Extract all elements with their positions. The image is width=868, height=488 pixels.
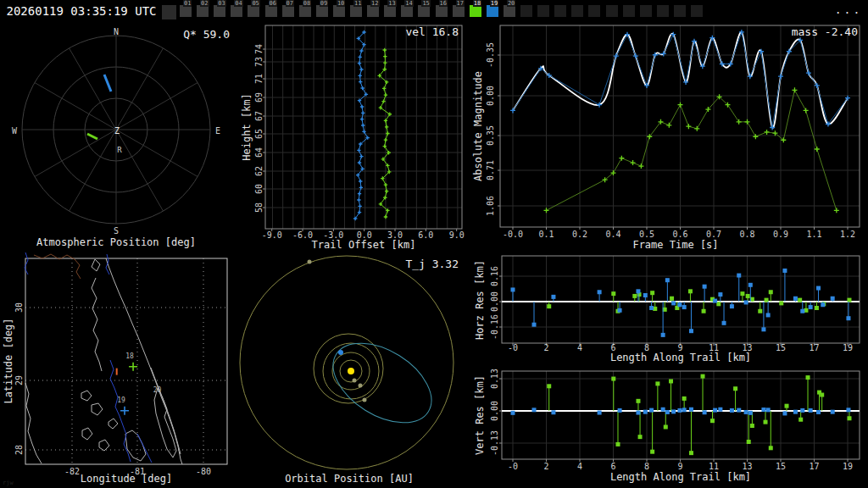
vert-residual-point bbox=[682, 408, 687, 412]
frame-thumb-17[interactable] bbox=[453, 5, 465, 17]
frame-thumb-14[interactable] bbox=[401, 5, 413, 17]
vert-xtick: 4 bbox=[577, 462, 582, 471]
meteoroid-orbit-ellipse bbox=[320, 327, 446, 439]
frame-slot-unused[interactable] bbox=[606, 5, 618, 17]
vert-residual-point bbox=[615, 442, 620, 446]
data-point-marker bbox=[678, 103, 683, 108]
frame-thumb-06[interactable] bbox=[265, 5, 277, 17]
radiant-label: R bbox=[117, 146, 121, 154]
frame-thumb-09[interactable] bbox=[316, 5, 328, 17]
frame-thumb-15[interactable] bbox=[418, 5, 430, 17]
vert-residual-point bbox=[730, 408, 734, 413]
horz-residual-point bbox=[702, 309, 706, 313]
trail-ytick: 74 bbox=[254, 44, 264, 54]
mag-ytick: 1.06 bbox=[486, 196, 495, 216]
horz-residual-point bbox=[682, 305, 687, 309]
frame-slot-unused[interactable] bbox=[657, 5, 669, 17]
vert-residual-point bbox=[744, 410, 748, 414]
map-ytick: 29 bbox=[14, 375, 24, 385]
frame-number-20: 20 bbox=[507, 0, 515, 7]
vert-xtick: 15 bbox=[776, 462, 786, 471]
outline-path bbox=[547, 90, 837, 210]
horz-xtick: 17 bbox=[809, 343, 819, 352]
horz-residual-point bbox=[766, 313, 771, 317]
data-point-marker bbox=[361, 124, 364, 127]
frame-slot-unused[interactable] bbox=[640, 5, 652, 17]
horz-residual-point bbox=[821, 302, 825, 307]
horz-xtick: 8 bbox=[644, 343, 649, 352]
frame-thumb-02[interactable] bbox=[197, 5, 209, 17]
frame-number-12: 12 bbox=[370, 0, 379, 7]
horz-residual-point bbox=[748, 283, 753, 287]
frame-slot-unused[interactable] bbox=[537, 5, 549, 17]
polar-spoke bbox=[70, 130, 117, 211]
vert-residual-point bbox=[677, 408, 682, 413]
frame-number-06: 06 bbox=[269, 0, 277, 7]
frame-slot-unused[interactable] bbox=[571, 5, 583, 17]
horz-residual-point bbox=[815, 306, 819, 310]
frame-thumb-20[interactable] bbox=[504, 5, 515, 17]
frame-thumb-12[interactable] bbox=[367, 5, 379, 17]
vert-residual-point bbox=[793, 410, 798, 414]
overflow-menu-button[interactable]: ... bbox=[835, 3, 862, 16]
mag-xtick: 0.1 bbox=[538, 230, 554, 239]
frame-slot-unused[interactable] bbox=[588, 5, 600, 17]
trail-ytick: 60 bbox=[254, 184, 264, 194]
horz-residual-point bbox=[848, 298, 852, 302]
vert-residual-point bbox=[661, 408, 665, 412]
frame-thumb-11[interactable] bbox=[350, 5, 362, 17]
frame-thumb-01[interactable] bbox=[180, 5, 192, 17]
data-point-marker bbox=[765, 130, 770, 135]
mag-xtick: 1.2 bbox=[840, 230, 855, 239]
horz-residual-point bbox=[722, 321, 726, 325]
trail-ylabel: Height [km] bbox=[241, 93, 253, 160]
frame-number-10: 10 bbox=[337, 0, 345, 7]
frame-thumb-16[interactable] bbox=[436, 5, 448, 17]
data-point-marker bbox=[384, 138, 387, 141]
trail-ytick: 58 bbox=[254, 202, 264, 213]
vert-ytick: 0.13 bbox=[490, 369, 499, 389]
q-star-value: Q* 59.0 bbox=[183, 28, 230, 41]
frame-thumb-08[interactable] bbox=[299, 5, 311, 17]
frame-thumb-05[interactable] bbox=[248, 5, 259, 17]
data-point-marker bbox=[778, 74, 783, 79]
horz-residual-point bbox=[611, 291, 615, 296]
horz-residual-point bbox=[649, 306, 654, 310]
frame-number-19: 19 bbox=[490, 0, 498, 7]
horz-residual-point bbox=[718, 292, 722, 297]
frame-thumb-07[interactable] bbox=[282, 5, 294, 17]
vert-residual-point bbox=[816, 410, 821, 414]
frame-thumb-19[interactable] bbox=[487, 5, 498, 17]
vert-residual-point bbox=[511, 411, 515, 415]
trail-ytick: 64 bbox=[254, 147, 264, 158]
frame-thumb-04[interactable] bbox=[231, 5, 242, 17]
meteor-streak-green bbox=[87, 134, 97, 139]
frame-thumb-10[interactable] bbox=[333, 5, 345, 17]
vert-residual-point bbox=[636, 399, 640, 403]
frame-slot-unused[interactable] bbox=[623, 5, 635, 17]
vert-residual-point bbox=[547, 384, 551, 388]
mag-xtick: 0.8 bbox=[739, 230, 754, 239]
frame-slot-unused[interactable] bbox=[554, 5, 566, 17]
map-xtick: -82 bbox=[64, 467, 80, 476]
data-point-marker bbox=[544, 208, 549, 213]
vert-residual-point bbox=[846, 408, 850, 412]
vert-residual-point bbox=[809, 408, 813, 413]
vert-residual-point bbox=[848, 416, 852, 420]
vert-residual-point bbox=[764, 420, 768, 424]
data-point-marker bbox=[384, 183, 387, 186]
frame-slot-unused[interactable] bbox=[674, 5, 686, 17]
vert-residual-point bbox=[669, 379, 673, 383]
frame-slot-unused[interactable] bbox=[520, 5, 532, 17]
frame-slot-empty[interactable] bbox=[162, 5, 176, 19]
polar-spoke bbox=[35, 83, 116, 130]
station-label-18: 18 bbox=[125, 352, 134, 359]
frame-thumb-13[interactable] bbox=[384, 5, 396, 17]
frame-thumb-18[interactable] bbox=[470, 5, 481, 17]
horz-ytick: 0.00 bbox=[490, 291, 499, 312]
vert-residual-point bbox=[665, 410, 670, 414]
horz-residual-point bbox=[650, 291, 654, 295]
mag-xtick: 1.1 bbox=[806, 230, 821, 239]
frame-slot-unused[interactable] bbox=[691, 5, 703, 17]
frame-thumb-03[interactable] bbox=[214, 5, 225, 17]
